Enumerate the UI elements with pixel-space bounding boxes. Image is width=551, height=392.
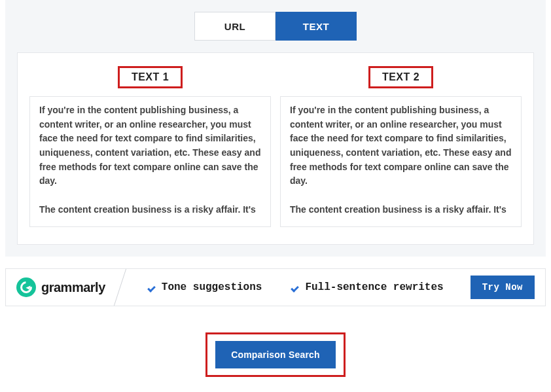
- divider-slash: [114, 269, 139, 306]
- feature-rewrites: Full-sentence rewrites: [292, 281, 443, 293]
- feature-rewrites-label: Full-sentence rewrites: [305, 281, 443, 293]
- tab-text[interactable]: TEXT: [276, 12, 357, 41]
- text1-header: TEXT 1: [118, 66, 183, 88]
- text2-header: TEXT 2: [368, 66, 433, 88]
- grammarly-icon: [16, 277, 36, 297]
- text2-wrap: [280, 96, 522, 230]
- text-column-2: TEXT 2: [280, 66, 522, 230]
- check-icon: [149, 283, 158, 291]
- feature-tone: Tone suggestions: [149, 281, 262, 293]
- grammarly-brand-text: grammarly: [41, 280, 105, 295]
- text-column-1: TEXT 1: [29, 66, 271, 230]
- grammarly-ad-banner: grammarly Tone suggestions Full-sentence…: [5, 268, 546, 306]
- input-mode-tabs: URL TEXT: [17, 12, 534, 41]
- grammarly-logo: grammarly: [16, 277, 105, 297]
- text1-input[interactable]: [29, 96, 271, 227]
- comparison-highlight: Comparison Search: [205, 332, 346, 377]
- compare-tool-panel: URL TEXT TEXT 1 TEXT 2: [5, 0, 546, 257]
- text1-wrap: [29, 96, 271, 230]
- text2-input[interactable]: [280, 96, 522, 227]
- text-editor-panel: TEXT 1 TEXT 2: [17, 52, 534, 245]
- check-icon: [292, 283, 301, 291]
- action-row: Comparison Search: [0, 332, 551, 377]
- comparison-search-button[interactable]: Comparison Search: [215, 341, 336, 368]
- tab-url[interactable]: URL: [194, 12, 276, 41]
- try-now-button[interactable]: Try Now: [471, 276, 535, 299]
- feature-tone-label: Tone suggestions: [162, 281, 262, 293]
